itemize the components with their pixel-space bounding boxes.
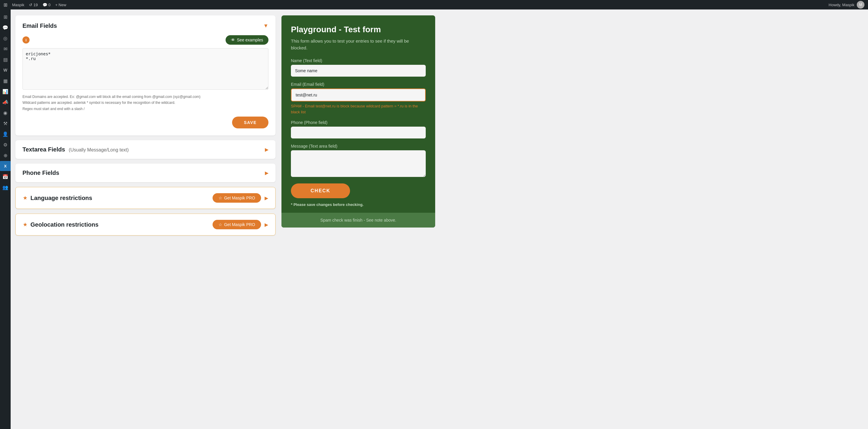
eye-icon: 👁	[231, 37, 235, 42]
spam-result-bar: Spam check was finish - See note above.	[281, 213, 435, 228]
sidebar-item-maspik[interactable]: X	[0, 161, 11, 171]
textarea-fields-card[interactable]: Textarea Fields (Usually Message/Long te…	[16, 140, 276, 159]
textarea-fields-arrow[interactable]: ▶	[265, 147, 269, 152]
check-button[interactable]: CHECK	[291, 183, 350, 198]
sidebar-item-circle2[interactable]: ◉	[0, 108, 11, 118]
email-label: Email (Email field)	[291, 82, 426, 87]
refresh-icon: ↺	[29, 3, 32, 7]
sidebar-item-woo[interactable]: W	[0, 65, 11, 75]
geolocation-restrictions-title: Geolocation restrictions	[30, 221, 98, 228]
sidebar-item-mail[interactable]: ✉	[0, 44, 11, 54]
spam-result-text: Spam check was finish - See note above.	[320, 218, 397, 223]
textarea-fields-subtitle: (Usually Message/Long text)	[69, 147, 129, 152]
sidebar-item-pages[interactable]: ▤	[0, 54, 11, 64]
phone-group: Phone (Phone field)	[291, 120, 426, 139]
info-icon: i	[23, 36, 30, 44]
language-arrow[interactable]: ▶	[265, 195, 268, 201]
message-textarea[interactable]	[291, 150, 426, 177]
sidebar-item-users[interactable]: 👤	[0, 129, 11, 139]
save-note: * Please save changes before checking.	[291, 202, 426, 207]
phone-input[interactable]	[291, 126, 426, 139]
avatar[interactable]: M	[857, 1, 864, 8]
phone-fields-arrow[interactable]: ▶	[265, 170, 269, 176]
admin-bar: ⊞ Maspik ↺ 19 💬 0 + New Howdy, Maspik M	[0, 0, 868, 9]
sidebar-item-megaphone[interactable]: 📣	[0, 97, 11, 107]
email-fields-header: Email Fields ▼	[23, 23, 269, 29]
hint-1: Email Domains are accepted. Ex: @gmail.c…	[23, 94, 269, 100]
new-button[interactable]: + New	[55, 3, 66, 7]
language-pro-button[interactable]: ☆ Get Maspik PRO	[213, 193, 261, 203]
email-input[interactable]	[291, 88, 426, 102]
language-restrictions-left: ★ Language restrictions	[23, 195, 92, 201]
site-name[interactable]: Maspik	[12, 3, 24, 7]
phone-fields-card[interactable]: Phone Fields ▶	[16, 164, 276, 182]
save-row: SAVE	[23, 112, 269, 128]
sidebar-item-stats[interactable]: 📊	[0, 86, 11, 96]
email-group: Email (Email field) SPAM - Email test@ne…	[291, 82, 426, 115]
sidebar: ⊞ 💬 ◎ ✉ ▤ W ▦ 📊 📣 ◉ ⚒ 👤 ⚙ ⊕ X 📅 👥	[0, 9, 11, 429]
message-label: Message (Text area field)	[291, 144, 426, 148]
geolocation-restrictions-card: ★ Geolocation restrictions ☆ Get Maspik …	[16, 213, 276, 235]
email-fields-title: Email Fields	[23, 23, 57, 29]
hint-3: Regex must start and end with a slash /	[23, 106, 269, 112]
email-fields-toggle[interactable]: ▼	[263, 23, 269, 29]
geolocation-pro-button[interactable]: ☆ Get Maspik PRO	[213, 220, 261, 229]
info-row: i 👁 See examples	[23, 35, 269, 45]
sidebar-item-group[interactable]: 👥	[0, 182, 11, 192]
hint-2: Wildcard patterns are accepted. asterisk…	[23, 100, 269, 106]
see-examples-button[interactable]: 👁 See examples	[225, 35, 269, 45]
geolocation-star-icon: ★	[23, 221, 28, 228]
name-input[interactable]	[291, 65, 426, 77]
email-textarea[interactable]: ericjones* *.ru	[23, 48, 269, 90]
howdy-text: Howdy, Maspik	[829, 3, 855, 7]
sidebar-item-comments[interactable]: 💬	[0, 23, 11, 32]
phone-fields-title: Phone Fields	[23, 170, 59, 176]
textarea-fields-title-area: Textarea Fields (Usually Message/Long te…	[23, 146, 129, 153]
geo-star-outline-icon: ☆	[218, 222, 222, 227]
playground-title: Playground - Test form	[291, 25, 426, 34]
sidebar-item-posts[interactable]: ▦	[0, 76, 11, 86]
main-content: Email Fields ▼ i 👁 See examples ericjone…	[11, 9, 868, 429]
geolocation-restrictions-right: ☆ Get Maspik PRO ▶	[213, 220, 268, 229]
spam-warning: SPAM - Email test@net.ru is block becaus…	[291, 103, 426, 115]
textarea-fields-title: Textarea Fields	[23, 146, 65, 153]
playground-panel: Playground - Test form This form allows …	[281, 16, 435, 228]
language-restrictions-right: ☆ Get Maspik PRO ▶	[213, 193, 268, 203]
message-group: Message (Text area field)	[291, 144, 426, 178]
pro-star-outline-icon: ☆	[218, 196, 222, 200]
language-restrictions-card: ★ Language restrictions ☆ Get Maspik PRO…	[16, 187, 276, 209]
geolocation-restrictions-left: ★ Geolocation restrictions	[23, 221, 98, 228]
hint-text: Email Domains are accepted. Ex: @gmail.c…	[23, 94, 269, 112]
language-star-icon: ★	[23, 195, 28, 201]
name-group: Name (Text field)	[291, 58, 426, 77]
sidebar-item-dashboard[interactable]: ⊞	[0, 12, 11, 22]
name-label: Name (Text field)	[291, 58, 426, 63]
comment-icon: 💬	[42, 3, 47, 7]
admin-bar-right: Howdy, Maspik M	[829, 1, 864, 8]
comments-count[interactable]: 💬 0	[42, 3, 51, 7]
sidebar-item-calendar[interactable]: 📅	[0, 172, 11, 182]
geolocation-arrow[interactable]: ▶	[265, 222, 268, 228]
wp-logo[interactable]: ⊞	[4, 2, 7, 8]
save-button[interactable]: SAVE	[232, 117, 269, 128]
sidebar-item-wrench[interactable]: ⚙	[0, 140, 11, 150]
phone-label: Phone (Phone field)	[291, 120, 426, 125]
sidebar-item-tools[interactable]: ⚒	[0, 118, 11, 128]
updates-count[interactable]: ↺ 19	[29, 3, 37, 7]
sidebar-item-plus[interactable]: ⊕	[0, 150, 11, 160]
playground-description: This form allows you to test your entrie…	[291, 38, 426, 51]
left-panel: Email Fields ▼ i 👁 See examples ericjone…	[16, 16, 276, 235]
email-fields-card: Email Fields ▼ i 👁 See examples ericjone…	[16, 16, 276, 136]
sidebar-item-circle[interactable]: ◎	[0, 33, 11, 43]
language-restrictions-title: Language restrictions	[30, 195, 92, 201]
